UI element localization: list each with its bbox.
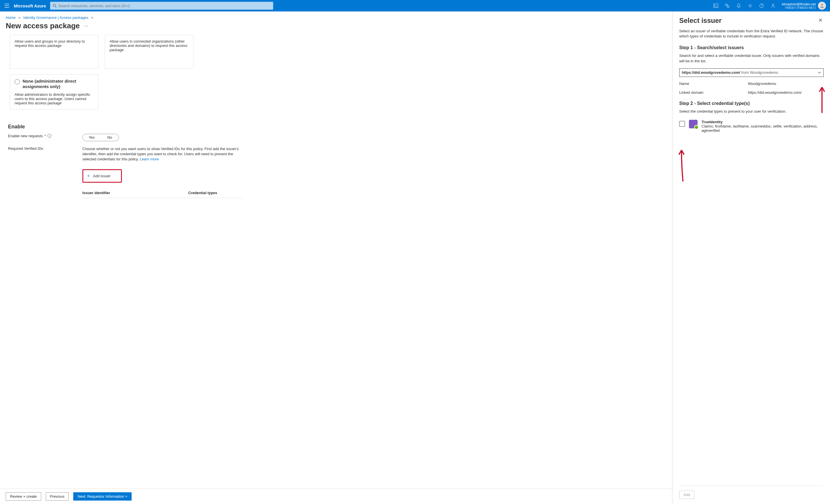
- issuer-name-value: Woodgrovedemo: [748, 81, 824, 86]
- dropdown-org: Woodgrovedemo: [750, 70, 778, 75]
- credential-name: TrueIdentity: [702, 120, 824, 124]
- svg-rect-1: [714, 4, 718, 8]
- step2-description: Select the credential types to present t…: [679, 109, 824, 114]
- enable-new-requests-label: Enable new requests: [8, 134, 43, 138]
- help-icon[interactable]: [756, 0, 767, 11]
- chevron-down-icon: [818, 71, 821, 74]
- notifications-icon[interactable]: [733, 0, 744, 11]
- panel-add-button[interactable]: Add: [679, 491, 694, 499]
- global-search[interactable]: [50, 2, 273, 10]
- card-connected-orgs[interactable]: Allow users in connected organizations (…: [105, 35, 193, 69]
- azure-top-bar: Microsoft Azure elmadmin@fimdev.net FIM: [0, 0, 830, 11]
- account-email: elmadmin@fimdev.net: [781, 2, 816, 6]
- col-issuer-identifier: Issuer identifier: [83, 191, 188, 195]
- step1-description: Search for and select a verifiable crede…: [679, 53, 824, 64]
- review-create-button[interactable]: Review + create: [6, 492, 41, 501]
- add-issuer-button[interactable]: ＋ Add issuer: [85, 172, 120, 180]
- verified-ids-description: Choose whether or not you want users to …: [83, 146, 243, 162]
- issuer-dropdown[interactable]: https://did.woodgrovedemo.com/ from Wood…: [679, 68, 824, 77]
- feedback-icon[interactable]: [767, 0, 779, 11]
- dropdown-from: from: [741, 70, 749, 75]
- toggle-no[interactable]: No: [101, 134, 119, 141]
- previous-button[interactable]: Previous: [46, 492, 69, 501]
- account-menu[interactable]: elmadmin@fimdev.net FIMDEV (FIMDEV.NET): [779, 2, 828, 10]
- issuer-name-label: Name: [679, 81, 748, 86]
- next-button[interactable]: Next: Requestor Information >: [73, 492, 132, 501]
- svg-point-4: [772, 4, 774, 6]
- credential-checkbox[interactable]: [679, 121, 685, 127]
- plus-icon: ＋: [86, 173, 91, 179]
- hamburger-menu[interactable]: [2, 1, 11, 10]
- credential-icon: [689, 120, 698, 128]
- add-issuer-highlight: ＋ Add issuer: [83, 169, 122, 183]
- close-icon[interactable]: ✕: [817, 16, 824, 24]
- add-issuer-label: Add issuer: [93, 174, 110, 178]
- search-icon: [53, 4, 57, 8]
- avatar: [818, 2, 826, 10]
- col-credential-types: Credential types: [188, 191, 243, 195]
- required-verified-ids-label: Required Verified IDs: [8, 146, 43, 150]
- more-actions-icon[interactable]: ⋯: [84, 23, 88, 29]
- brand-label: Microsoft Azure: [14, 3, 46, 8]
- card-connected-orgs-desc: Allow users in connected organizations (…: [109, 39, 189, 52]
- search-input[interactable]: [58, 4, 270, 8]
- radio-none-admin[interactable]: [14, 79, 20, 84]
- info-icon[interactable]: i: [47, 134, 52, 138]
- step2-title: Step 2 - Select credential type(s): [679, 101, 824, 106]
- cloud-shell-icon[interactable]: [710, 0, 722, 11]
- toggle-yes[interactable]: Yes: [83, 134, 101, 141]
- page-title: New access package: [6, 22, 80, 30]
- breadcrumb-identity-governance[interactable]: Identity Governance | Access packages: [24, 15, 88, 20]
- directories-icon[interactable]: [722, 0, 733, 11]
- panel-title: Select issuer: [679, 16, 722, 25]
- linked-domain-label: Linked domain: [679, 90, 748, 95]
- learn-more-link[interactable]: Learn more: [140, 157, 159, 161]
- settings-icon[interactable]: [744, 0, 756, 11]
- panel-description: Select an issuer of verifiable credentia…: [679, 29, 824, 39]
- svg-point-2: [749, 5, 751, 7]
- card-none-admin-title: None (administrator direct assignments o…: [23, 79, 94, 90]
- credential-row: TrueIdentity Claims: firstName, lastName…: [679, 120, 824, 133]
- card-directory-users-desc: Allow users and groups in your directory…: [14, 39, 94, 48]
- credential-claims: Claims: firstName, lastName, scanneddoc,…: [702, 124, 824, 133]
- svg-point-0: [53, 4, 56, 7]
- account-tenant: FIMDEV (FIMDEV.NET): [781, 6, 816, 9]
- card-none-admin-desc: Allow administrators to directly assign …: [14, 92, 94, 105]
- linked-domain-value: https://did.woodgrovedemo.com/: [748, 90, 824, 95]
- breadcrumb-home[interactable]: Home: [6, 15, 16, 20]
- svg-point-5: [821, 4, 823, 6]
- card-directory-users[interactable]: Allow users and groups in your directory…: [10, 35, 98, 69]
- card-none-admin[interactable]: None (administrator direct assignments o…: [10, 74, 98, 109]
- step1-title: Step 1 - Search/select issuers: [679, 45, 824, 50]
- select-issuer-panel: Select issuer ✕ Select an issuer of veri…: [673, 11, 830, 504]
- dropdown-domain: https://did.woodgrovedemo.com/: [682, 70, 740, 75]
- enable-toggle[interactable]: Yes No: [83, 134, 119, 141]
- required-asterisk: *: [44, 134, 46, 138]
